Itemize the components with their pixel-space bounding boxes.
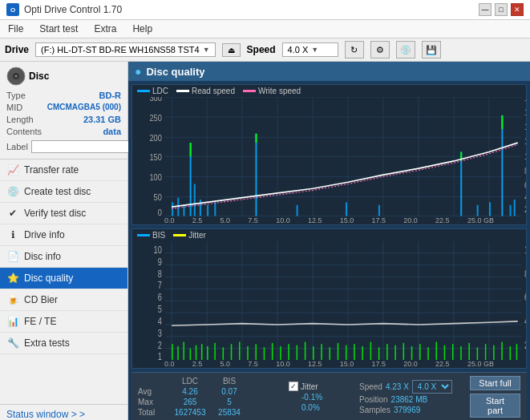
svg-rect-109 bbox=[272, 342, 273, 360]
sidebar-label-disc-info: Disc info bbox=[24, 251, 61, 262]
svg-rect-41 bbox=[194, 184, 196, 216]
contents-value: data bbox=[103, 127, 121, 136]
refresh-button[interactable]: ↻ bbox=[345, 41, 364, 59]
speed-select-stat[interactable]: 4.0 X bbox=[412, 380, 452, 394]
speed-selector[interactable]: 4.0 X ▼ bbox=[282, 42, 338, 57]
svg-rect-50 bbox=[477, 205, 479, 216]
sidebar-label-fe-te: FE / TE bbox=[24, 316, 56, 327]
chart2-xaxis: 0.0 2.5 5.0 7.5 10.0 12.5 15.0 17.5 20.0… bbox=[132, 360, 526, 368]
svg-rect-116 bbox=[330, 347, 331, 360]
x-label-12-5: 12.5 bbox=[308, 216, 322, 224]
speed-position-section: Speed 4.23 X 4.0 X Position 23862 MB Sam… bbox=[359, 380, 463, 414]
sidebar-item-extra-tests[interactable]: 🔧 Extra tests bbox=[0, 333, 127, 354]
jitter-section: ✓ Jitter -0.1% 0.0% bbox=[289, 382, 353, 412]
chart1-area: 300 250 200 150 100 50 0 18X 16X 14X 12X… bbox=[132, 97, 526, 216]
sidebar-item-drive-info[interactable]: ℹ Drive info bbox=[0, 224, 127, 246]
svg-text:10: 10 bbox=[154, 244, 162, 255]
svg-text:2%: 2% bbox=[524, 339, 526, 350]
read-speed-label: Read speed bbox=[192, 87, 235, 95]
start-full-button[interactable]: Start full bbox=[470, 376, 520, 390]
jitter-check-label: Jitter bbox=[301, 382, 318, 391]
write-speed-legend: Write speed bbox=[243, 87, 301, 95]
sidebar: Disc Type BD-R MID CMCMAGBA5 (000) Lengt… bbox=[0, 62, 128, 420]
drivebar: Drive (F:) HL-DT-ST BD-RE WH16NS58 TST4 … bbox=[0, 38, 530, 62]
svg-rect-127 bbox=[419, 344, 421, 360]
create-test-disc-icon: 💿 bbox=[6, 185, 19, 198]
length-value: 23.31 GB bbox=[83, 115, 121, 124]
label-label: Label bbox=[6, 142, 28, 151]
x-label-25-gb: 25.0 GB bbox=[467, 216, 494, 224]
ldc-label: LDC bbox=[152, 87, 168, 95]
svg-rect-132 bbox=[460, 345, 462, 360]
menu-extra[interactable]: Extra bbox=[91, 22, 119, 36]
svg-rect-126 bbox=[411, 345, 413, 360]
chart1: LDC Read speed Write speed bbox=[131, 84, 527, 225]
disc-mid-row: MID CMCMAGBA5 (000) bbox=[6, 103, 121, 112]
svg-rect-117 bbox=[338, 342, 339, 360]
svg-rect-101 bbox=[207, 345, 208, 360]
svg-text:18X: 18X bbox=[524, 97, 526, 103]
disc-section-title: Disc bbox=[29, 71, 49, 82]
menu-start-test[interactable]: Start test bbox=[36, 22, 81, 36]
write-speed-label: Write speed bbox=[258, 87, 301, 95]
sidebar-item-fe-te[interactable]: 📊 FE / TE bbox=[0, 311, 127, 333]
disc-icon-button[interactable]: 💿 bbox=[396, 41, 415, 59]
sidebar-item-create-test-disc[interactable]: 💿 Create test disc bbox=[0, 181, 127, 203]
samples-label: Samples bbox=[359, 406, 390, 414]
menu-help[interactable]: Help bbox=[129, 22, 156, 36]
svg-text:16X: 16X bbox=[524, 107, 526, 117]
eject-button[interactable]: ⏏ bbox=[222, 43, 241, 57]
svg-text:14X: 14X bbox=[524, 123, 526, 132]
menu-file[interactable]: File bbox=[5, 22, 26, 36]
jitter-legend: Jitter bbox=[173, 231, 206, 240]
svg-rect-52 bbox=[501, 115, 503, 216]
sidebar-item-cd-bier[interactable]: 🍺 CD Bier bbox=[0, 289, 127, 311]
titlebar: O Opti Drive Control 1.70 — □ ✕ bbox=[0, 0, 530, 20]
svg-rect-111 bbox=[288, 344, 289, 360]
chart2-svg: 10 9 8 7 6 5 4 3 2 1 10% 8% 6% bbox=[132, 241, 526, 361]
svg-text:6X: 6X bbox=[524, 181, 526, 191]
close-button[interactable]: ✕ bbox=[511, 3, 524, 16]
drive-selector[interactable]: (F:) HL-DT-ST BD-RE WH16NS58 TST4 ▼ bbox=[35, 42, 216, 57]
svg-rect-47 bbox=[346, 202, 347, 216]
disc-info-icon: 📄 bbox=[6, 250, 19, 263]
start-part-button[interactable]: Start part bbox=[470, 394, 520, 418]
ldc-legend: LDC bbox=[137, 87, 168, 95]
svg-text:50: 50 bbox=[154, 193, 163, 203]
chart2-area: 10 9 8 7 6 5 4 3 2 1 10% 8% 6% bbox=[132, 241, 526, 361]
sidebar-item-disc-quality[interactable]: ⭐ Disc quality bbox=[0, 268, 127, 289]
quality-header: ● Disc quality bbox=[128, 62, 530, 81]
mid-value: CMCMAGBA5 (000) bbox=[47, 103, 121, 112]
svg-text:1: 1 bbox=[158, 351, 162, 360]
ldc-color bbox=[137, 90, 150, 92]
sidebar-label-extra-tests: Extra tests bbox=[24, 337, 70, 349]
position-label: Position bbox=[359, 395, 388, 404]
status-window-link[interactable]: Status window > > bbox=[0, 404, 127, 420]
sidebar-item-disc-info[interactable]: 📄 Disc info bbox=[0, 246, 127, 268]
x-label-5: 5.0 bbox=[220, 216, 231, 224]
x2-label-15: 15.0 bbox=[340, 360, 354, 368]
total-bis: 25834 bbox=[213, 408, 245, 417]
svg-rect-100 bbox=[201, 344, 203, 360]
svg-rect-96 bbox=[177, 345, 179, 360]
minimize-button[interactable]: — bbox=[479, 3, 492, 16]
svg-text:4X: 4X bbox=[524, 193, 526, 203]
settings-button[interactable]: ⚙ bbox=[370, 41, 390, 59]
jitter-checkbox[interactable]: ✓ bbox=[289, 382, 298, 391]
svg-rect-120 bbox=[362, 345, 363, 360]
x-label-0: 0.0 bbox=[164, 216, 175, 224]
x-label-10: 10.0 bbox=[276, 216, 290, 224]
read-speed-legend: Read speed bbox=[176, 87, 235, 95]
quality-title: Disc quality bbox=[146, 66, 204, 78]
svg-rect-122 bbox=[378, 347, 380, 360]
sidebar-item-transfer-rate[interactable]: 📈 Transfer rate bbox=[0, 160, 127, 181]
samples-value: 379969 bbox=[394, 406, 420, 414]
position-row: Position 23862 MB bbox=[359, 395, 463, 404]
svg-rect-48 bbox=[378, 205, 380, 216]
mid-label: MID bbox=[6, 103, 22, 112]
save-button[interactable]: 💾 bbox=[422, 41, 441, 59]
stats-table: LDC BIS Avg 4.26 0.07 Max 265 5 Total bbox=[138, 377, 282, 417]
sidebar-item-verify-test-disc[interactable]: ✔ Verify test disc bbox=[0, 203, 127, 224]
type-value: BD-R bbox=[99, 91, 122, 100]
maximize-button[interactable]: □ bbox=[495, 3, 508, 16]
